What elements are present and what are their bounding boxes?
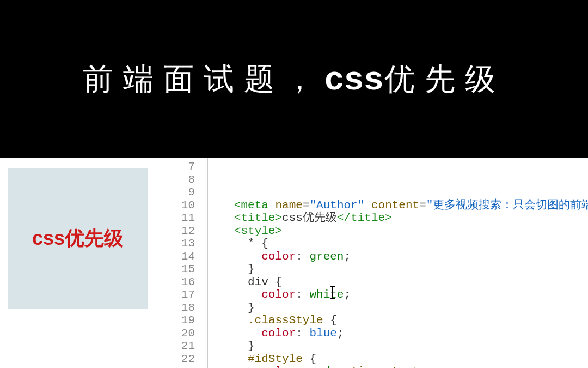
code-line[interactable]: color: red !important;: [213, 365, 588, 368]
line-number: 14: [156, 250, 195, 263]
code-line[interactable]: color: blue;: [213, 327, 588, 340]
line-number: 8: [156, 173, 195, 186]
line-number: 20: [156, 327, 195, 340]
code-editor[interactable]: 78910111213141516171819202122 <meta name…: [156, 158, 588, 368]
line-number: 12: [156, 225, 195, 238]
line-number: 11: [156, 212, 195, 225]
code-line[interactable]: <style>: [213, 225, 588, 238]
code-line[interactable]: div {: [213, 276, 588, 289]
content-area: css优先级 78910111213141516171819202122 <me…: [0, 158, 588, 368]
code-line[interactable]: color: green;: [213, 250, 588, 263]
header-title: 前端面试题，css优先级: [83, 58, 505, 100]
line-number: 22: [156, 353, 195, 366]
code-line[interactable]: .classStyle {: [213, 314, 588, 327]
code-line[interactable]: }: [213, 340, 588, 353]
code-line[interactable]: }: [213, 301, 588, 315]
line-number: 15: [156, 263, 195, 276]
code-line[interactable]: }: [213, 263, 588, 276]
title-prefix: 前端面试题，: [83, 62, 324, 96]
code-line[interactable]: #idStyle {: [213, 353, 588, 366]
topic-card-text: css优先级: [32, 225, 124, 252]
header-banner: 前端面试题，css优先级: [0, 0, 588, 158]
code-line[interactable]: <title>css优先级</title>: [213, 212, 588, 225]
line-gutter: 78910111213141516171819202122: [156, 158, 208, 368]
line-number: 7: [156, 160, 195, 173]
line-number: 16: [156, 276, 195, 289]
line-number: 10: [156, 199, 195, 212]
line-number: 17: [156, 288, 195, 301]
code-line[interactable]: <meta name="Author" content="更多视频搜索：只会切图…: [213, 199, 588, 212]
line-number: 19: [156, 314, 195, 327]
title-css-word: css: [324, 59, 384, 96]
text-cursor-icon: [332, 287, 333, 298]
title-suffix: 优先级: [384, 62, 505, 96]
line-number: 21: [156, 340, 195, 353]
left-panel: css优先级: [0, 158, 156, 368]
code-area[interactable]: <meta name="Author" content="更多视频搜索：只会切图…: [208, 158, 588, 368]
line-number: 9: [156, 186, 195, 199]
code-line[interactable]: color: white;: [213, 288, 588, 301]
line-number: 18: [156, 301, 195, 315]
line-number: 13: [156, 237, 195, 250]
code-line[interactable]: * {: [213, 237, 588, 250]
topic-card: css优先级: [8, 168, 148, 309]
